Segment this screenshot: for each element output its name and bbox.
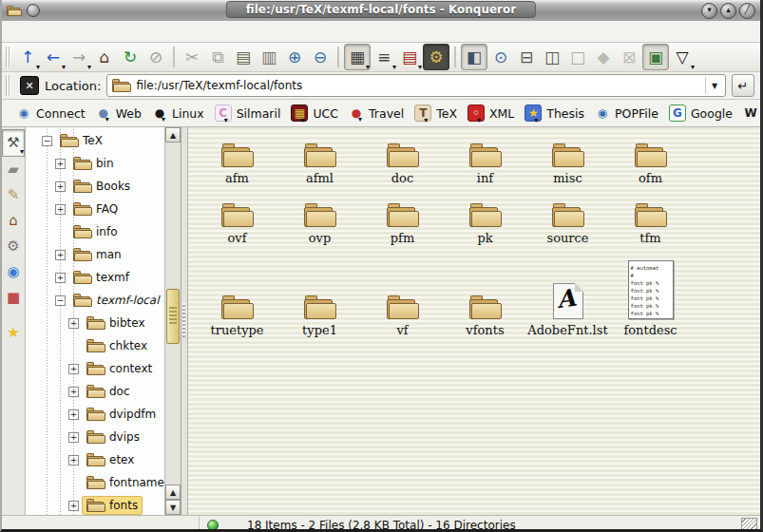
tree-item-etex[interactable]: + etex: [26, 448, 164, 471]
go-button[interactable]: ↵: [732, 74, 754, 97]
print-button[interactable]: ▥ ▾: [257, 45, 281, 69]
tree-item-fonts[interactable]: + fonts: [26, 494, 164, 515]
back-button[interactable]: ← ▾: [41, 45, 66, 69]
scrollbar-thumb[interactable]: [166, 289, 180, 344]
tree-expander[interactable]: −: [55, 295, 66, 306]
file-item-adobefnt[interactable]: A AdobeFnt.lst: [526, 251, 609, 337]
tree-item-texmf[interactable]: + texmf: [26, 266, 164, 289]
file-item-vf[interactable]: vf: [361, 251, 444, 337]
file-item-ovp[interactable]: ovp: [278, 191, 361, 245]
file-item-pk[interactable]: pk: [444, 191, 526, 245]
bookmark-xml[interactable]: ◦ XML ▾: [463, 103, 519, 124]
tree-expander[interactable]: +: [55, 181, 66, 192]
gear-view-button[interactable]: ⚙ ▾: [423, 44, 449, 70]
bookmark-linux[interactable]: ● Linux ▾: [147, 104, 209, 123]
bookmark-google[interactable]: G Google ▾: [664, 103, 737, 124]
titlebar[interactable]: file:/usr/TeX/texmf-local/fonts - Konque…: [2, 0, 760, 21]
bookmark-tex[interactable]: T TeX ▾: [410, 103, 462, 124]
menu-bookmarks[interactable]: [78, 29, 95, 33]
sidebar-root-button[interactable]: ■ ▾: [3, 285, 24, 311]
file-item-doc[interactable]: doc: [361, 131, 444, 185]
toolbar-grip[interactable]: [6, 75, 10, 96]
sidebar-eraser-button[interactable]: ▰ ▾: [3, 157, 24, 182]
scroll-up-button[interactable]: ▲: [165, 484, 181, 500]
file-item-truetype[interactable]: truetype: [196, 251, 278, 337]
zoom-in-button[interactable]: ⊕ ▾: [282, 45, 307, 69]
file-item-pfm[interactable]: pfm: [361, 191, 444, 245]
sidebar-home-button[interactable]: ⌂ ▾: [3, 208, 24, 234]
location-value[interactable]: file:/usr/TeX/texmf-local/fonts: [136, 79, 700, 92]
tree-item-chktex[interactable]: chktex: [26, 334, 164, 357]
tree-expander[interactable]: +: [68, 318, 79, 329]
zoom-out-button[interactable]: ⊖ ▾: [308, 45, 333, 69]
bookshelf-view-button[interactable]: ▤ ▾: [397, 45, 422, 69]
tree-expander[interactable]: +: [55, 159, 66, 169]
location-input[interactable]: file:/usr/TeX/texmf-local/fonts ▼: [106, 74, 726, 97]
tree-expander[interactable]: +: [68, 501, 79, 511]
reload-button[interactable]: ↻ ▾: [118, 45, 143, 69]
file-item-vfonts[interactable]: vfonts: [444, 251, 526, 337]
sidebar-history-button[interactable]: ✎ ▾: [3, 182, 24, 208]
list-view-button[interactable]: ≡ ▾: [372, 45, 396, 69]
bookmark-popfile[interactable]: ◉ POPFile ▾: [590, 104, 663, 123]
find-file-button[interactable]: ⊙ ▾: [488, 45, 513, 69]
tree-expander[interactable]: +: [55, 204, 66, 215]
bookmark-web[interactable]: ● Web ▾: [91, 104, 146, 123]
menu-location[interactable]: [10, 29, 27, 33]
tree-scrollbar[interactable]: ▲ ▲ ▼: [164, 127, 181, 515]
tree-expander[interactable]: +: [68, 364, 79, 374]
menu-go[interactable]: [61, 29, 78, 33]
file-item-type1[interactable]: type1: [278, 251, 361, 337]
tree-item-info[interactable]: info: [26, 220, 164, 243]
tree-item-dvips[interactable]: + dvips: [26, 426, 164, 448]
bookmark-ucc[interactable]: ▦ UCC ▾: [286, 103, 343, 124]
bookmark-travel[interactable]: ● Travel ▾: [344, 104, 409, 123]
panel-splitter[interactable]: [181, 127, 188, 515]
sidebar-config-button[interactable]: ⚒ ▾: [2, 129, 25, 157]
thumbnails-button[interactable]: ▣ ▾: [642, 44, 669, 70]
location-dropdown-button[interactable]: ▼: [705, 77, 723, 94]
tree-item-bin[interactable]: + bin: [26, 152, 164, 175]
sidebar-network-button[interactable]: ◉ ▾: [3, 259, 24, 285]
file-item-misc[interactable]: misc: [526, 131, 609, 185]
file-item-source[interactable]: source: [526, 191, 609, 245]
tree-expander[interactable]: −: [42, 136, 52, 146]
bookmark-wikipedia[interactable]: W Wikipedia ▾: [738, 104, 760, 123]
tree-expander[interactable]: +: [55, 273, 66, 283]
tree-item-texmf-local[interactable]: − texmf-local: [26, 289, 164, 312]
tree-item-bibtex[interactable]: + bibtex: [26, 312, 164, 334]
tree-item-man[interactable]: + man: [26, 243, 164, 266]
tree-expander[interactable]: +: [68, 455, 79, 466]
tree-expander[interactable]: +: [55, 250, 66, 260]
toolbar-grip[interactable]: [6, 47, 10, 67]
paste-button[interactable]: ▤ ▾: [231, 45, 256, 69]
up-button[interactable]: ↑ ▾: [15, 45, 40, 69]
split-horizontal-button[interactable]: ⊟ ▾: [514, 45, 539, 69]
file-item-fontdesc[interactable]: # automat # font pk % font pk % font pk …: [609, 251, 692, 337]
tree-item-context[interactable]: + context: [26, 357, 164, 380]
tree-item-faq[interactable]: + FAQ: [26, 198, 164, 220]
tree-item-doc[interactable]: + doc: [26, 380, 164, 403]
tree-expander[interactable]: +: [68, 432, 79, 443]
icon-view-button[interactable]: ▦ ▾: [344, 44, 371, 70]
maximize-button[interactable]: ▴: [720, 3, 736, 19]
file-item-ofm[interactable]: ofm: [609, 131, 692, 185]
sidebar-services-button[interactable]: ⚙ ▾: [3, 234, 24, 259]
tree-item-fontname[interactable]: fontname: [26, 471, 164, 494]
scroll-up-button[interactable]: ▲: [165, 127, 181, 142]
resize-grip[interactable]: [741, 518, 757, 532]
menu-settings[interactable]: [112, 29, 129, 33]
filter-button[interactable]: ▽ ▾: [670, 45, 695, 69]
bookmark-silmaril[interactable]: C Silmaril ▾: [210, 103, 286, 124]
bookmark-connect[interactable]: ◉ Connect ▾: [11, 104, 90, 123]
tree-expander[interactable]: +: [68, 409, 79, 420]
split-vertical-button[interactable]: ◫ ▾: [540, 45, 564, 69]
menu-window[interactable]: [129, 29, 146, 33]
bookmark-thesis[interactable]: ★ Thesis ▾: [520, 103, 589, 124]
close-button[interactable]: ╱: [739, 3, 755, 19]
file-item-afml[interactable]: afml: [278, 131, 361, 185]
tree-item-tex[interactable]: − TeX: [26, 129, 164, 152]
tree-expander[interactable]: +: [68, 387, 79, 397]
menu-tools[interactable]: [95, 29, 112, 33]
file-item-ovf[interactable]: ovf: [196, 191, 278, 245]
